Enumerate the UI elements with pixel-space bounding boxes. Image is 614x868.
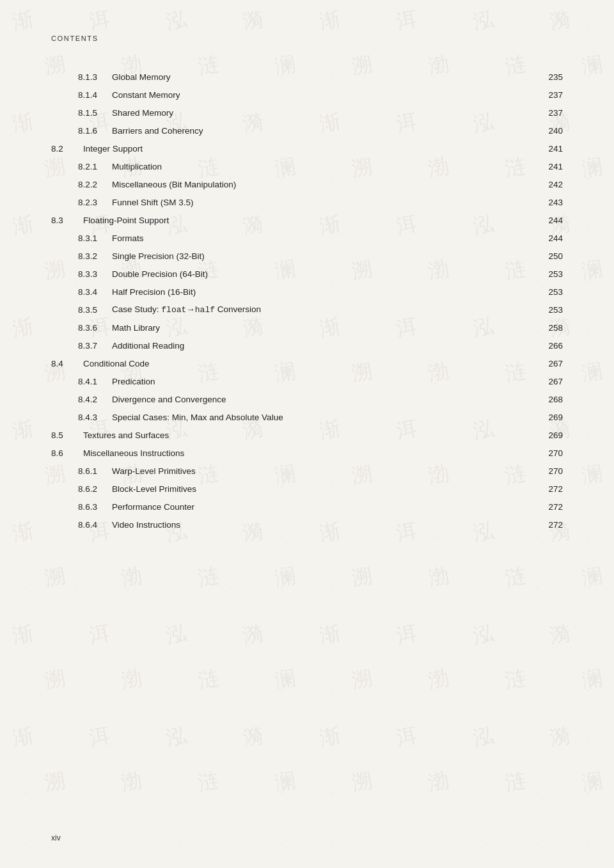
toc-number: 8.2.1 (51, 162, 112, 171)
toc-number: 8.3 (51, 216, 83, 225)
toc-container: 8.1.3Global Memory2358.1.4Constant Memor… (51, 68, 563, 533)
toc-dots (183, 523, 536, 524)
toc-page: 244 (539, 216, 563, 225)
toc-number: 8.2.3 (51, 198, 112, 207)
toc-row: 8.6.4Video Instructions272 (51, 516, 563, 533)
toc-row: 8.4.2Divergence and Convergence268 (51, 390, 563, 408)
toc-title: Barriers and Coherency (112, 126, 203, 136)
toc-title: Global Memory (112, 72, 171, 82)
toc-row: 8.3.1Formats244 (51, 229, 563, 247)
toc-page: 258 (539, 323, 563, 333)
toc-title: Performance Counter (112, 502, 194, 512)
toc-page: 253 (539, 305, 563, 315)
toc-title: Single Precision (32-Bit) (112, 251, 205, 261)
toc-page: 269 (539, 413, 563, 422)
toc-number: 8.2.2 (51, 180, 112, 189)
toc-dots (158, 380, 536, 381)
toc-page: 240 (539, 126, 563, 136)
toc-number: 8.4.2 (51, 395, 112, 404)
toc-title: Shared Memory (112, 108, 173, 118)
toc-dots (146, 237, 536, 237)
toc-row: 8.2Integer Support241 (51, 139, 563, 157)
toc-row: 8.6.1Warp-Level Primitives270 (51, 462, 563, 480)
toc-page: 267 (539, 359, 563, 368)
toc-page: 243 (539, 198, 563, 207)
toc-page: 250 (539, 251, 563, 261)
toc-title: Block-Level Primitives (112, 484, 196, 494)
toc-row: 8.3.5Case Study: float→half Conversion25… (51, 301, 563, 319)
toc-page: 269 (539, 430, 563, 440)
toc-row: 8.5Textures and Surfaces269 (51, 426, 563, 444)
toc-number: 8.1.3 (51, 72, 112, 82)
toc-title: Textures and Surfaces (83, 430, 169, 440)
toc-title: Additional Reading (112, 341, 184, 351)
toc-row: 8.3.3Double Precision (64-Bit)253 (51, 265, 563, 283)
toc-page: 272 (539, 520, 563, 530)
toc-dots (171, 434, 536, 434)
toc-row: 8.1.6Barriers and Coherency240 (51, 122, 563, 139)
toc-page: 241 (539, 162, 563, 171)
toc-title: Divergence and Convergence (112, 395, 226, 404)
toc-dots (196, 201, 536, 201)
toc-dots (152, 362, 536, 363)
toc-title: Miscellaneous Instructions (83, 448, 184, 458)
toc-dots (197, 505, 536, 506)
toc-page: 244 (539, 233, 563, 243)
toc-row: 8.6.3Performance Counter272 (51, 498, 563, 516)
toc-number: 8.3.4 (51, 287, 112, 297)
toc-dots (207, 255, 536, 255)
toc-dots (162, 326, 536, 327)
toc-title: Half Precision (16-Bit) (112, 287, 196, 297)
toc-row: 8.1.3Global Memory235 (51, 68, 563, 86)
toc-dots (176, 111, 536, 112)
toc-number: 8.1.6 (51, 126, 112, 136)
toc-number: 8.3.5 (51, 305, 112, 315)
toc-page: 241 (539, 144, 563, 154)
toc-dots (229, 398, 536, 398)
toc-dots (145, 147, 536, 148)
page-content: CONTENTS 8.1.3Global Memory2358.1.4Const… (0, 0, 614, 585)
toc-number: 8.3.3 (51, 269, 112, 279)
toc-title: Warp-Level Primitives (112, 466, 196, 476)
toc-number: 8.3.6 (51, 323, 112, 333)
toc-page: 237 (539, 90, 563, 100)
toc-number: 8.4.1 (51, 377, 112, 386)
toc-dots (173, 75, 536, 76)
toc-row: 8.3.4Half Precision (16-Bit)253 (51, 283, 563, 301)
toc-number: 8.6.4 (51, 520, 112, 530)
toc-dots (239, 183, 536, 184)
page-footer: xiv (51, 833, 61, 842)
toc-title: Video Instructions (112, 520, 180, 530)
toc-title: Double Precision (64-Bit) (112, 269, 208, 279)
toc-row: 8.3Floating-Point Support244 (51, 211, 563, 229)
toc-row: 8.2.2Miscellaneous (Bit Manipulation)242 (51, 175, 563, 193)
toc-page: 253 (539, 269, 563, 279)
toc-title: Formats (112, 233, 144, 243)
toc-number: 8.4 (51, 359, 83, 368)
toc-page: 253 (539, 287, 563, 297)
toc-row: 8.4Conditional Code267 (51, 354, 563, 372)
page-header: CONTENTS (51, 35, 563, 42)
toc-row: 8.6Miscellaneous Instructions270 (51, 444, 563, 462)
toc-number: 8.6.2 (51, 484, 112, 494)
toc-title: Integer Support (83, 144, 143, 154)
toc-row: 8.2.3Funnel Shift (SM 3.5)243 (51, 193, 563, 211)
toc-number: 8.1.5 (51, 108, 112, 118)
toc-title: Math Library (112, 323, 160, 333)
toc-number: 8.4.3 (51, 413, 112, 422)
toc-number: 8.1.4 (51, 90, 112, 100)
toc-title: Miscellaneous (Bit Manipulation) (112, 180, 236, 189)
toc-number: 8.2 (51, 144, 83, 154)
toc-page: 268 (539, 395, 563, 404)
toc-dots (198, 290, 536, 291)
toc-row: 8.3.6Math Library258 (51, 319, 563, 336)
toc-row: 8.1.4Constant Memory237 (51, 86, 563, 104)
toc-row: 8.4.3Special Cases: Min, Max and Absolut… (51, 408, 563, 426)
toc-page: 270 (539, 466, 563, 476)
toc-page: 242 (539, 180, 563, 189)
toc-page: 267 (539, 377, 563, 386)
toc-page: 272 (539, 484, 563, 494)
toc-row: 8.6.2Block-Level Primitives272 (51, 480, 563, 498)
toc-title: Predication (112, 377, 155, 386)
toc-page: 235 (539, 72, 563, 82)
